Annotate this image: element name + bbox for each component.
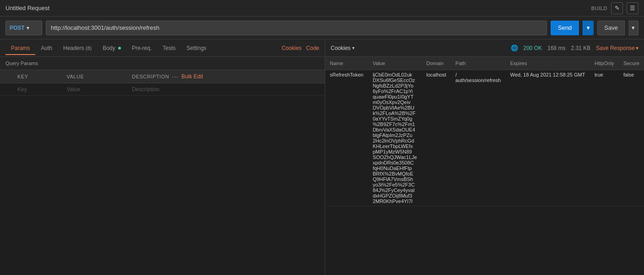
cookies-link[interactable]: Cookies xyxy=(282,45,301,51)
method-select[interactable]: POST ▾ xyxy=(5,21,42,35)
headers-badge: (8) xyxy=(86,45,92,51)
bulk-edit-button[interactable]: Bulk Edit xyxy=(181,73,203,80)
tabs-right: Cookies Code xyxy=(282,45,319,51)
more-options-button[interactable]: ··· xyxy=(172,73,179,80)
top-bar: Untitled Request BUILD ✎ ☰ xyxy=(0,0,644,16)
method-chevron-icon: ▾ xyxy=(27,25,29,31)
tab-auth[interactable]: Auth xyxy=(35,41,58,55)
save-dropdown-button[interactable]: ▾ xyxy=(628,21,639,35)
tab-headers[interactable]: Headers (8) xyxy=(58,41,97,55)
right-header-right: 🌐 200 OK 168 ms 2.31 KB Save Response ▾ xyxy=(511,44,639,51)
cookies-table: Name Value Domain Path Expires HttpOnly … xyxy=(325,57,644,206)
save-response-chevron-icon: ▾ xyxy=(636,45,639,51)
right-panel-header: Cookies ▾ 🌐 200 OK 168 ms 2.31 KB Save R… xyxy=(325,39,644,57)
request-tabs: Params Auth Headers (8) Body Pre-req. Te… xyxy=(0,39,325,57)
request-title: Untitled Request xyxy=(5,5,49,11)
tab-prereq[interactable]: Pre-req. xyxy=(126,41,157,55)
globe-icon[interactable]: 🌐 xyxy=(511,44,518,51)
checkbox-col-header xyxy=(0,70,13,83)
cookie-name-cell: sRefreshToken xyxy=(325,70,368,206)
cookie-domain-cell: localhost xyxy=(422,70,451,206)
cookie-expires-cell: Wed, 18 Aug 2021 12:58:25 GMT xyxy=(506,70,590,206)
url-bar: POST ▾ Send ▾ Save ▾ xyxy=(0,16,644,39)
params-table: KEY VALUE DESCRIPTION ··· Bulk Edit Key xyxy=(0,70,325,96)
expires-col-header: Expires xyxy=(506,57,590,70)
body-dot xyxy=(118,47,121,50)
cookies-section-title[interactable]: Cookies ▾ xyxy=(331,45,355,51)
key-col-header: KEY xyxy=(13,70,62,83)
cookie-secure-cell: false xyxy=(619,70,644,206)
code-link[interactable]: Code xyxy=(306,45,319,51)
send-dropdown-button[interactable]: ▾ xyxy=(583,21,594,35)
size-badge: 2.31 KB xyxy=(571,45,591,51)
send-button[interactable]: Send xyxy=(551,21,579,35)
cookie-row: sRefreshToken ljCbE0mOdL02ukDXSu6fGeSEcc… xyxy=(325,70,644,206)
key-cell[interactable]: Key xyxy=(13,83,62,96)
cookie-value-cell: ljCbE0mOdL02ukDXSu6fGeSEccOzNgfsBZzLd2P3… xyxy=(368,70,422,206)
tab-settings[interactable]: Settings xyxy=(181,41,212,55)
tab-body[interactable]: Body xyxy=(97,41,126,55)
cookie-httponly-cell: true xyxy=(590,70,619,206)
right-panel: Cookies ▾ 🌐 200 OK 168 ms 2.31 KB Save R… xyxy=(325,39,644,275)
name-col-header: Name xyxy=(325,57,368,70)
save-button[interactable]: Save xyxy=(597,21,625,35)
cookies-chevron-icon: ▾ xyxy=(352,45,355,50)
edit-button[interactable]: ✎ xyxy=(611,2,623,14)
path-col-header: Path xyxy=(451,57,505,70)
value-cell[interactable]: Value xyxy=(62,83,127,96)
query-params-header: Query Params xyxy=(0,57,325,70)
docs-button[interactable]: ☰ xyxy=(627,2,639,14)
save-response-button[interactable]: Save Response ▾ xyxy=(596,45,639,51)
method-text: POST xyxy=(10,25,25,31)
build-label: BUILD xyxy=(591,6,607,11)
description-cell[interactable]: Description xyxy=(127,83,325,96)
row-checkbox-cell xyxy=(0,83,13,96)
value-col-header: Value xyxy=(368,57,422,70)
url-input[interactable] xyxy=(46,21,547,35)
tab-tests[interactable]: Tests xyxy=(157,41,181,55)
domain-col-header: Domain xyxy=(422,57,451,70)
description-col-header: DESCRIPTION ··· Bulk Edit xyxy=(127,70,325,83)
status-badge: 200 OK xyxy=(524,45,542,51)
cookie-path-cell: /auth/session/refresh xyxy=(451,70,505,206)
value-col-header: VALUE xyxy=(62,70,127,83)
left-panel: Params Auth Headers (8) Body Pre-req. Te… xyxy=(0,39,325,275)
cookies-title-text: Cookies xyxy=(331,45,350,51)
tab-params[interactable]: Params xyxy=(5,41,35,55)
main-layout: Params Auth Headers (8) Body Pre-req. Te… xyxy=(0,39,644,275)
httponly-col-header: HttpOnly xyxy=(590,57,619,70)
params-placeholder-row: Key Value Description xyxy=(0,83,325,96)
time-badge: 168 ms xyxy=(547,45,565,51)
cookies-table-container[interactable]: Name Value Domain Path Expires HttpOnly … xyxy=(325,57,644,275)
secure-col-header: Secure xyxy=(619,57,644,70)
top-bar-actions: BUILD ✎ ☰ xyxy=(591,2,639,14)
